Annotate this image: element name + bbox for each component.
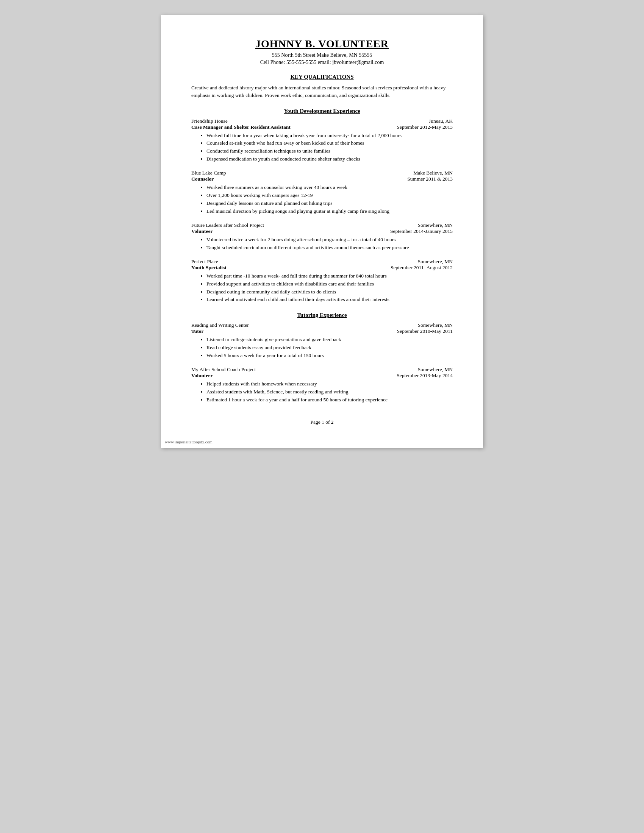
job-org: My After School Coach Project	[191, 367, 256, 373]
address-line: 555 North 5th Street Make Believe, MN 55…	[191, 52, 453, 58]
job-friendship-house: Friendship House Juneau, AK Case Manager…	[191, 118, 453, 164]
bullet-item: Worked 5 hours a week for a year for a t…	[206, 352, 453, 360]
job-title: Volunteer	[191, 373, 213, 379]
youth-section-title: Youth Development Experience	[191, 108, 453, 114]
job-title: Case Manager and Shelter Resident Assist…	[191, 124, 291, 130]
tutoring-section: Tutoring Experience Reading and Writing …	[191, 312, 453, 404]
job-bullets: Volunteered twice a week for 2 hours doi…	[206, 236, 453, 252]
tutoring-section-title: Tutoring Experience	[191, 312, 453, 318]
bullet-item: Learned what motivated each child and ta…	[206, 296, 453, 304]
watermark: www.imperialtattoopdx.com	[165, 440, 213, 444]
page-number: Page 1 of 2	[310, 419, 333, 425]
bullet-item: Helped students with their homework when…	[206, 380, 453, 388]
job-reading-writing-center: Reading and Writing Center Somewhere, MN…	[191, 322, 453, 360]
bullet-item: Worked three summers as a counselor work…	[206, 183, 453, 191]
job-org: Blue Lake Camp	[191, 170, 226, 176]
job-perfect-place: Perfect Place Somewhere, MN Youth Specia…	[191, 259, 453, 304]
job-org: Perfect Place	[191, 259, 218, 265]
job-org: Friendship House	[191, 118, 228, 124]
job-bullets: Helped students with their homework when…	[206, 380, 453, 404]
job-dates: September 2010-May 2011	[397, 328, 453, 334]
job-title: Counselor	[191, 176, 214, 182]
address-text: 555 North 5th Street Make Believe, MN 55…	[272, 52, 372, 58]
job-after-school-coach: My After School Coach Project Somewhere,…	[191, 367, 453, 404]
bullet-item: Worked part time -10 hours a week- and f…	[206, 272, 453, 280]
job-location: Somewhere, MN	[418, 367, 453, 373]
key-qualifications-title: KEY QUALIFICATIONS	[191, 74, 453, 80]
job-bullets: Worked part time -10 hours a week- and f…	[206, 272, 453, 304]
job-location: Somewhere, MN	[418, 322, 453, 328]
job-dates: September 2013-May 2014	[397, 373, 453, 379]
job-location: Somewhere, MN	[418, 259, 453, 265]
bullet-item: Taught scheduled curriculum on different…	[206, 244, 453, 252]
bullet-item: Read college students essay and provided…	[206, 344, 453, 352]
job-future-leaders: Future Leaders after School Project Some…	[191, 222, 453, 252]
contact-line: Cell Phone: 555-555-5555 email: jbvolunt…	[191, 60, 453, 66]
bullet-item: Counseled at-risk youth who had run away…	[206, 139, 453, 147]
bullet-item: Designed daily lessons on nature and pla…	[206, 199, 453, 207]
bullet-item: Worked full time for a year when taking …	[206, 132, 453, 140]
job-blue-lake-camp: Blue Lake Camp Make Believe, MN Counselo…	[191, 170, 453, 215]
job-dates: September 2014-January 2015	[390, 228, 453, 234]
youth-development-section: Youth Development Experience Friendship …	[191, 108, 453, 304]
bullet-item: Provided support and activities to child…	[206, 280, 453, 288]
job-location: Juneau, AK	[429, 118, 453, 124]
candidate-name: JOHNNY B. VOLUNTEER	[191, 38, 453, 50]
job-bullets: Worked three summers as a counselor work…	[206, 183, 453, 215]
bullet-item: Over 1,200 hours working with campers ag…	[206, 191, 453, 199]
bullet-item: Listened to college students give presen…	[206, 336, 453, 344]
key-qualifications-section: KEY QUALIFICATIONS Creative and dedicate…	[191, 74, 453, 100]
job-title: Tutor	[191, 328, 204, 334]
job-org: Reading and Writing Center	[191, 322, 249, 328]
job-dates: September 2012-May 2013	[397, 124, 453, 130]
job-dates: Summer 2011 & 2013	[407, 176, 453, 182]
job-org: Future Leaders after School Project	[191, 222, 264, 228]
resume-page: JOHNNY B. VOLUNTEER 555 North 5th Street…	[161, 15, 483, 448]
bullet-item: Estimated 1 hour a week for a year and a…	[206, 396, 453, 404]
bullet-item: Dispensed medication to youth and conduc…	[206, 155, 453, 163]
job-dates: September 2011- August 2012	[391, 265, 453, 271]
bullet-item: Assisted students with Math, Science, bu…	[206, 388, 453, 396]
job-title: Youth Specialist	[191, 265, 227, 271]
bullet-item: Volunteered twice a week for 2 hours doi…	[206, 236, 453, 244]
job-location: Make Believe, MN	[413, 170, 453, 176]
resume-header: JOHNNY B. VOLUNTEER 555 North 5th Street…	[191, 38, 453, 66]
bullet-item: Conducted family reconciliation techniqu…	[206, 147, 453, 155]
job-title: Volunteer	[191, 228, 213, 234]
job-location: Somewhere, MN	[418, 222, 453, 228]
bullet-item: Led musical direction by picking songs a…	[206, 207, 453, 215]
page-footer: Page 1 of 2	[191, 419, 453, 425]
job-bullets: Worked full time for a year when taking …	[206, 132, 453, 164]
key-qualifications-text: Creative and dedicated history major wit…	[191, 84, 453, 100]
bullet-item: Designed outing in community and daily a…	[206, 288, 453, 296]
job-bullets: Listened to college students give presen…	[206, 336, 453, 360]
